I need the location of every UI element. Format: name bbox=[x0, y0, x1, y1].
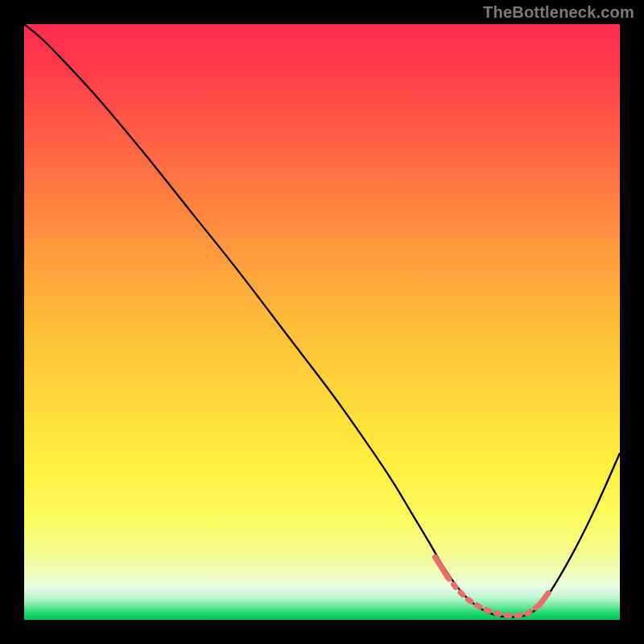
bottleneck-curve bbox=[24, 24, 620, 617]
chart-svg bbox=[24, 24, 620, 620]
watermark-text: TheBottleneck.com bbox=[483, 3, 634, 22]
highlight-segment-right bbox=[539, 593, 548, 605]
highlight-dots bbox=[447, 576, 539, 616]
plot-area bbox=[24, 24, 620, 620]
viewport: TheBottleneck.com bbox=[0, 0, 644, 644]
highlight-segment-left bbox=[436, 557, 448, 576]
